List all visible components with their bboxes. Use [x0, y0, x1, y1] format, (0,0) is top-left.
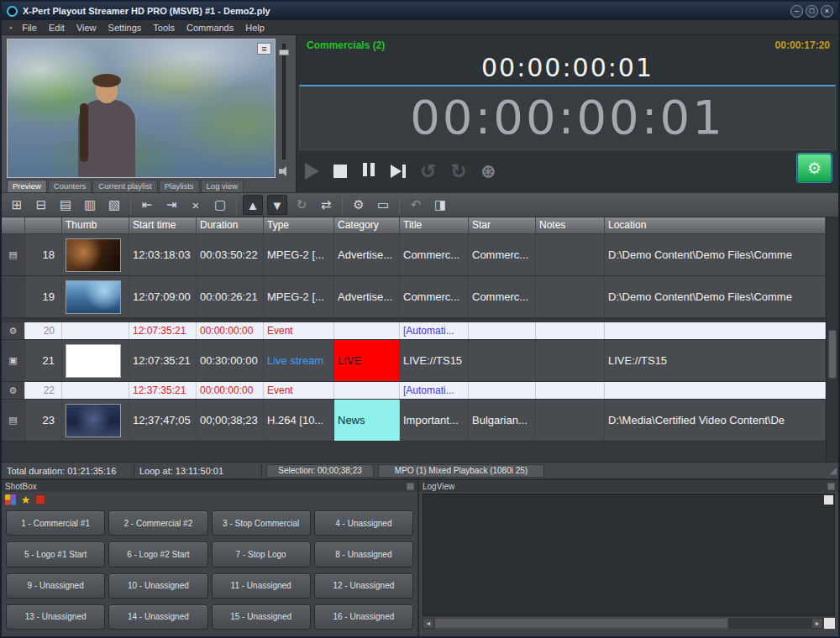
- row-number: 23: [25, 400, 62, 441]
- copy-icon[interactable]: ◨: [430, 195, 450, 215]
- pause-button[interactable]: [361, 163, 376, 180]
- logview-hscrollbar[interactable]: ◄ ►: [423, 618, 835, 629]
- menu-view[interactable]: View: [71, 22, 102, 34]
- shotbox-button-1[interactable]: 1 - Commercial #1: [6, 510, 105, 536]
- import-icon[interactable]: ▼: [267, 195, 287, 215]
- col-number[interactable]: [25, 217, 62, 234]
- next-button[interactable]: [391, 165, 406, 178]
- col-duration[interactable]: Duration: [197, 217, 264, 234]
- menu-commands[interactable]: Commands: [181, 22, 239, 34]
- playlist-row-22[interactable]: ⚙ 22 12:37:35:21 00:00:00:00 Event [Auto…: [2, 382, 826, 400]
- logview-scroll-up-button[interactable]: [824, 495, 833, 505]
- col-location[interactable]: Location: [605, 217, 826, 234]
- tab-log-view[interactable]: Log view: [201, 180, 244, 192]
- speaker-icon[interactable]: [278, 166, 290, 176]
- logview-collapse-button[interactable]: [827, 483, 835, 490]
- shotbox-stop-icon[interactable]: [35, 494, 45, 505]
- col-star[interactable]: Star: [469, 217, 536, 234]
- redo-icon[interactable]: ↻: [450, 160, 466, 183]
- stop-button[interactable]: [333, 165, 347, 178]
- shotbox-button-13[interactable]: 13 - Unassigned: [6, 604, 105, 630]
- close-button[interactable]: ×: [821, 5, 833, 18]
- hscroll-thumb[interactable]: [434, 618, 728, 629]
- tab-current-playlist[interactable]: Current playlist: [92, 180, 157, 192]
- shotbox-favorites-icon[interactable]: ★: [20, 494, 31, 505]
- preview-tabs: Preview Counters Current playlist Playli…: [7, 180, 296, 192]
- shotbox-button-10[interactable]: 10 - Unassigned: [108, 573, 207, 599]
- preview-menu-icon[interactable]: ≡: [257, 43, 271, 55]
- screen-icon[interactable]: ▭: [373, 195, 393, 215]
- shotbox-button-7[interactable]: 7 - Stop Logo: [212, 541, 311, 567]
- playlist-row-23[interactable]: ▤ 23 12;37;47;05 00;00;38;23 H.264 [10..…: [2, 400, 826, 442]
- menu-edit[interactable]: Edit: [43, 22, 71, 34]
- shotbox-button-2[interactable]: 2 - Commercial #2: [108, 510, 207, 536]
- playlist-scrollbar[interactable]: [826, 217, 838, 462]
- move-top-icon[interactable]: ⇤: [137, 195, 157, 215]
- col-notes[interactable]: Notes: [536, 217, 605, 234]
- cell-type: MPEG-2 [...: [264, 234, 334, 275]
- tab-counters[interactable]: Counters: [48, 180, 92, 192]
- shotbox-button-5[interactable]: 5 - Logo #1 Start: [6, 541, 105, 567]
- blank-row-icon[interactable]: ▢: [210, 195, 230, 215]
- shotbox-button-12[interactable]: 12 - Unassigned: [314, 573, 413, 599]
- playlist-row-20[interactable]: ⚙ 20 12:07:35:21 00:00:00:00 Event [Auto…: [2, 322, 826, 340]
- preview-column: ≡ Preview Counters Current playlist Play…: [2, 35, 296, 192]
- volume-slider[interactable]: [282, 44, 286, 160]
- col-start-time[interactable]: Start time: [129, 217, 197, 234]
- resize-grip-icon[interactable]: ◢: [830, 465, 838, 476]
- menu-settings[interactable]: Settings: [102, 22, 148, 34]
- col-title[interactable]: Title: [400, 217, 469, 234]
- menu-tools[interactable]: Tools: [147, 22, 181, 34]
- settings-gear-icon[interactable]: ⚙: [349, 195, 369, 215]
- minimize-button[interactable]: –: [790, 5, 803, 18]
- save-playlist-icon[interactable]: ▤: [55, 195, 76, 215]
- shotbox-button-9[interactable]: 9 - Unassigned: [6, 573, 105, 599]
- delete-row-icon[interactable]: ×: [186, 195, 206, 215]
- playlist-table: Thumb Start time Duration Type Category …: [2, 217, 838, 462]
- shotbox-button-8[interactable]: 8 - Unassigned: [314, 541, 413, 567]
- col-status[interactable]: [2, 217, 25, 234]
- move-bottom-icon[interactable]: ⇥: [161, 195, 181, 215]
- tab-preview[interactable]: Preview: [7, 180, 47, 192]
- col-type[interactable]: Type: [264, 217, 334, 234]
- play-button[interactable]: [305, 163, 319, 180]
- log-output[interactable]: [423, 494, 835, 616]
- volume-handle[interactable]: [279, 50, 289, 55]
- shotbox-button-6[interactable]: 6 - Logo #2 Start: [108, 541, 207, 567]
- scroll-right-button[interactable]: ►: [811, 618, 823, 629]
- export-icon[interactable]: ▲: [243, 195, 263, 215]
- shotbox-button-4[interactable]: 4 - Unassigned: [314, 510, 413, 536]
- menu-help[interactable]: Help: [239, 22, 270, 34]
- event-gear-icon: ⚙: [2, 322, 25, 339]
- engine-active-button[interactable]: ⚙: [797, 154, 832, 182]
- shotbox-button-11[interactable]: 11 - Unassigned: [212, 573, 311, 599]
- shotbox-button-3[interactable]: 3 - Stop Commercial: [212, 510, 311, 536]
- shotbox-pages-icon[interactable]: [5, 494, 16, 505]
- shotbox-collapse-button[interactable]: [407, 483, 414, 490]
- add-file-icon[interactable]: ⊞: [7, 195, 27, 215]
- playlist-row-18[interactable]: ▤ 18 12:03:18:03 00:03:50:22 MPEG-2 [...…: [2, 234, 826, 276]
- shotbox-button-14[interactable]: 14 - Unassigned: [108, 604, 207, 630]
- scrollbar-thumb[interactable]: [828, 330, 837, 379]
- playlist-row-19[interactable]: 19 12:07:09:00 00:00:26:21 MPEG-2 [... A…: [2, 276, 826, 318]
- playlist-row-21[interactable]: ▣ 21 12:07:35:21 00:30:00:00 Live stream…: [2, 340, 826, 382]
- maximize-button[interactable]: □: [806, 5, 818, 18]
- undo-icon[interactable]: ↺: [420, 160, 436, 183]
- film-reel-icon[interactable]: ⊛: [481, 161, 496, 181]
- cell-star: Commerc...: [469, 276, 536, 317]
- menu-file[interactable]: File: [16, 22, 43, 34]
- shotbox-button-15[interactable]: 15 - Unassigned: [212, 604, 311, 630]
- save-as-icon[interactable]: ▥: [80, 195, 100, 215]
- undo-list-icon[interactable]: ↶: [406, 195, 426, 215]
- shotbox-button-16[interactable]: 16 - Unassigned: [314, 604, 413, 630]
- hscroll-track[interactable]: [434, 618, 811, 629]
- cell-notes: [536, 382, 605, 399]
- col-category[interactable]: Category: [334, 217, 400, 234]
- scroll-left-button[interactable]: ◄: [423, 618, 434, 629]
- tab-playlists[interactable]: Playlists: [159, 180, 200, 192]
- insert-file-icon[interactable]: ⊟: [31, 195, 51, 215]
- loop-icon[interactable]: ↻: [291, 195, 312, 215]
- append-file-icon[interactable]: ▧: [104, 195, 124, 215]
- col-thumb[interactable]: Thumb: [62, 217, 129, 234]
- shuffle-icon[interactable]: ⇄: [316, 195, 336, 215]
